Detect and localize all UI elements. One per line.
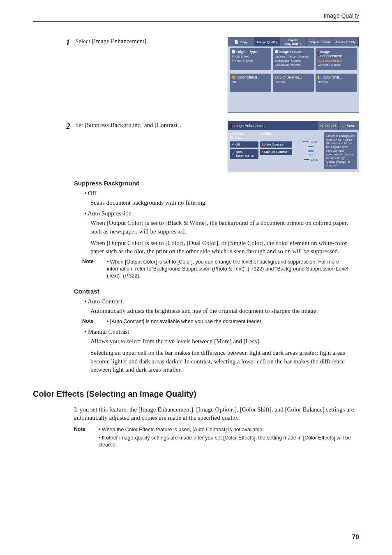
tab-layout-adjustment[interactable]: Layout Adjustment <box>280 37 307 46</box>
enhancement-icon <box>231 124 232 128</box>
para-auto-2: When [Output Color] is set to [Color], [… <box>90 239 357 256</box>
step-1-text: Select [Image Enhancement]. <box>75 37 148 45</box>
page-header-title: Image Quality <box>324 12 359 19</box>
option-auto-suppression[interactable]: Auto Suppression <box>230 149 258 159</box>
note-label: Note <box>82 259 99 280</box>
slider-thumb-icon <box>299 158 302 161</box>
card-image-options[interactable]: Image Options... Lighten / Darken: Norma… <box>273 48 314 70</box>
x-icon <box>231 143 234 146</box>
sun-icon <box>275 50 278 53</box>
heading-color-effects: Color Effects (Selecting an Image Qualit… <box>33 389 359 399</box>
option-manual-contrast[interactable]: Manual Contrast <box>260 149 292 155</box>
card-original-type[interactable]: Original Type... Photo & Text Printed Or… <box>230 48 271 70</box>
slider-thumb-icon <box>298 140 302 143</box>
screenshot-image-quality-tab: 📄Copy Image Quality Layout Adjustment Ou… <box>228 37 359 113</box>
step-2-text: Set [Suppress Background] and [Contrast]… <box>75 121 181 129</box>
para-manual-1: Allows you to select from the five level… <box>90 337 357 345</box>
enhancement-icon <box>318 52 319 56</box>
heading-contrast: Contrast <box>74 288 359 295</box>
para-off: Scans document backgrounds with no filte… <box>90 199 357 207</box>
note-label: Note <box>82 318 99 325</box>
dialog-title: Image Enhancement <box>228 121 318 130</box>
para-manual-2: Selecting an upper cell on the bar makes… <box>90 349 357 374</box>
para-color-effects: If you set this feature, the [Image Enha… <box>74 405 359 422</box>
note-2: [Auto Contrast] is not available when yo… <box>107 318 263 325</box>
step-1-number: 1 <box>66 37 70 48</box>
note-label: Note <box>74 426 90 449</box>
contrast-heading: Contrast <box>260 132 292 139</box>
palette-icon: 🎨 <box>232 75 236 79</box>
card-color-shift[interactable]: Color Shift... Normal <box>316 74 357 92</box>
note-1: When [Output Color] is set to [Color], y… <box>107 259 359 280</box>
bullet-manual-contrast: Manual Contrast <box>84 328 359 335</box>
header-rule <box>33 21 359 22</box>
option-auto-contrast[interactable]: Auto Contrast <box>260 141 292 148</box>
document-icon <box>232 50 235 53</box>
card-color-balance[interactable]: Color Balance... Normal <box>273 74 314 92</box>
para-auto-1: When [Output Color] is set to [Black & W… <box>90 219 357 236</box>
option-off[interactable]: Off <box>230 141 258 148</box>
screenshot-image-enhancement-dialog: Image Enhancement Cancel Save Suppress B… <box>228 121 359 171</box>
tab-output-format[interactable]: Output Format <box>307 37 333 46</box>
bullet-auto-suppression: Auto Suppression <box>84 210 359 217</box>
step-2-number: 2 <box>66 121 70 132</box>
cancel-button[interactable]: Cancel <box>318 121 338 130</box>
balance-icon <box>275 76 276 79</box>
bullet-off: Off <box>84 190 359 197</box>
page-number: 79 <box>352 534 359 541</box>
tab-job-assembly[interactable]: Job Assembly <box>332 37 359 46</box>
tab-image-quality[interactable]: Image Quality <box>254 37 281 46</box>
card-color-effects[interactable]: 🎨Color Effects... Off <box>230 74 271 92</box>
shift-icon <box>318 76 319 79</box>
footer-rule <box>33 531 359 531</box>
para-auto-contrast: Automatically adjusts the brightness and… <box>90 307 357 315</box>
save-button[interactable]: Save <box>338 121 359 130</box>
suppress-background-heading: Suppress Background <box>230 132 258 139</box>
contrast-slider[interactable]: More Less <box>294 132 323 169</box>
card-image-enhancement[interactable]: Image Enhancement... Auto Suppression Co… <box>316 48 357 70</box>
note-3: When the Color Effects feature is used, … <box>99 426 353 449</box>
tab-copy[interactable]: 📄Copy <box>228 37 254 46</box>
bar-icon <box>262 143 263 146</box>
bar-icon <box>262 150 263 154</box>
heading-suppress-background: Suppress Background <box>74 180 359 187</box>
check-icon <box>231 152 235 156</box>
bullet-auto-contrast: Auto Contrast <box>84 298 359 305</box>
help-panel: Suppress Background does not work when P… <box>324 132 357 169</box>
